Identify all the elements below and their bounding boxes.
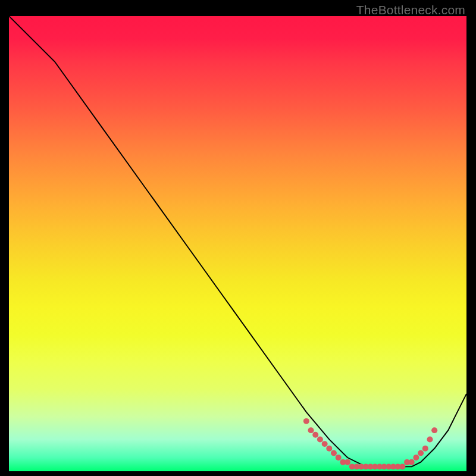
marker-dot xyxy=(308,427,314,433)
bottleneck-curve xyxy=(9,16,466,466)
plot-area xyxy=(9,16,466,471)
marker-dot xyxy=(418,450,424,456)
marker-dot xyxy=(399,464,405,469)
marker-dot xyxy=(336,455,342,461)
chart-root: TheBottleneck.com xyxy=(0,0,476,476)
marker-dot xyxy=(409,459,415,465)
marker-dot xyxy=(317,436,323,442)
marker-dot xyxy=(303,418,309,424)
marker-dot xyxy=(322,441,328,447)
curve-line xyxy=(9,16,466,466)
marker-dot xyxy=(326,446,332,452)
marker-dot xyxy=(422,446,428,452)
marker-dot xyxy=(413,455,419,461)
marker-dot xyxy=(431,427,437,433)
chart-svg xyxy=(9,16,466,471)
watermark-text: TheBottleneck.com xyxy=(356,3,465,17)
marker-dot xyxy=(331,450,337,456)
marker-dot xyxy=(345,459,350,465)
valley-markers xyxy=(303,418,437,469)
marker-dot xyxy=(312,432,318,438)
marker-dot xyxy=(427,436,433,442)
